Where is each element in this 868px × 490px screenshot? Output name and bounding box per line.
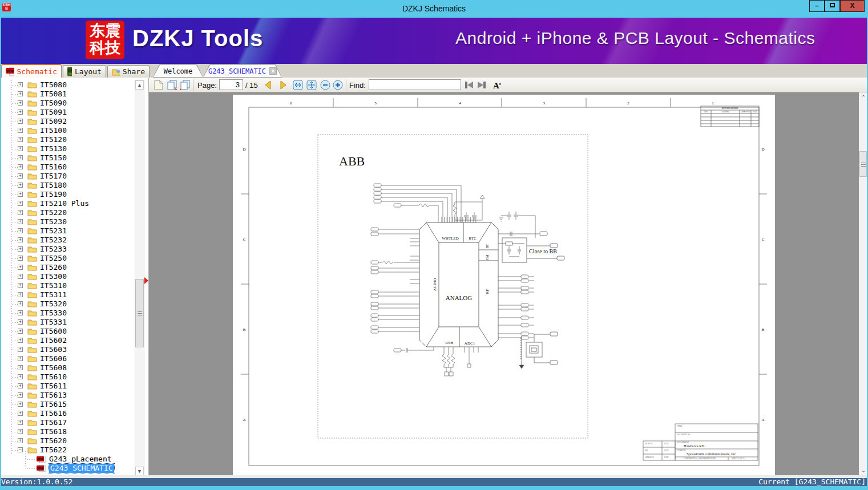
tree-row[interactable]: +IT5602 <box>0 336 135 345</box>
tree-folder-label[interactable]: IT5091 <box>40 108 67 117</box>
tree-folder-label[interactable]: IT5617 <box>40 418 67 427</box>
tree-folder-label[interactable]: IT5610 <box>40 372 67 382</box>
tree-folder-label[interactable]: IT5233 <box>40 245 67 254</box>
tree-row[interactable]: +IT5331 <box>0 318 135 327</box>
tree-row[interactable]: +IT5232 <box>0 236 135 245</box>
collapse-icon[interactable]: − <box>18 447 23 452</box>
tree-folder-label[interactable]: IT5608 <box>40 363 67 372</box>
expand-icon[interactable]: + <box>18 319 23 325</box>
tree-folder-label[interactable]: IT5080 <box>40 80 67 90</box>
tree-folder-label[interactable]: IT5170 <box>40 172 67 181</box>
prev-page-button[interactable] <box>263 79 274 91</box>
tab-share[interactable]: + Share <box>107 65 150 78</box>
tree-row[interactable]: PDFG243_SCHEMATIC <box>0 464 135 473</box>
expand-icon[interactable]: + <box>18 192 23 197</box>
tree-folder-label[interactable]: IT5602 <box>40 336 67 345</box>
tree-row[interactable]: +IT5617 <box>0 418 135 427</box>
page-number-input[interactable] <box>219 79 243 90</box>
tree-row[interactable]: PDFG243_pLacement <box>0 455 135 464</box>
minimize-button[interactable]: – <box>809 0 825 12</box>
tree-folder-label[interactable]: IT5100 <box>40 126 67 135</box>
expand-icon[interactable]: + <box>18 356 23 361</box>
tree-row[interactable]: +IT5210 Plus <box>0 199 135 208</box>
tree-folder-label[interactable]: IT5230 <box>40 217 67 226</box>
tree-folder-label[interactable]: IT5600 <box>40 327 67 336</box>
tree-folder-label[interactable]: IT5231 <box>40 226 67 236</box>
expand-icon[interactable]: + <box>18 82 23 87</box>
tree-folder-label[interactable]: IT5603 <box>40 345 67 354</box>
tree-file-label-selected[interactable]: G243_SCHEMATIC <box>49 464 114 473</box>
tree-folder-label[interactable]: IT5150 <box>40 153 67 163</box>
tree-folder-label[interactable]: IT5081 <box>40 90 67 99</box>
tree-row[interactable]: +IT5092 <box>0 117 135 126</box>
tree-folder-label[interactable]: IT5130 <box>40 144 67 153</box>
tree-file-label[interactable]: G243_pLacement <box>49 455 112 464</box>
doc-tab-g243-schematic[interactable]: G243_SCHEMATIC x <box>203 64 282 78</box>
tree-row[interactable]: +IT5230 <box>0 217 135 226</box>
paste-page-button[interactable] <box>179 79 191 91</box>
tree-row[interactable]: +IT5100 <box>0 126 135 135</box>
maximize-button[interactable] <box>825 0 840 12</box>
tree-folder-label[interactable]: IT5180 <box>40 181 67 190</box>
fit-width-button[interactable] <box>292 79 304 91</box>
expand-icon[interactable]: + <box>18 146 23 151</box>
tab-schematic[interactable]: PDF Schematic <box>1 64 62 78</box>
tree-folder-label[interactable]: IT5210 Plus <box>40 199 89 208</box>
close-button[interactable]: X <box>840 0 865 12</box>
tree-row[interactable]: +IT5150 <box>0 153 135 163</box>
zoom-out-button[interactable] <box>320 79 331 91</box>
expand-icon[interactable]: + <box>18 228 23 233</box>
document-viewer[interactable]: 6 5 4 3 2 1 D C B A D C B A REVIS <box>149 92 868 475</box>
tree-row[interactable]: +IT5130 <box>0 144 135 153</box>
tree-folder-label[interactable]: IT5250 <box>40 254 67 263</box>
tree-folder-label[interactable]: IT5220 <box>40 208 67 217</box>
tree-folder-label[interactable]: IT5232 <box>40 236 67 245</box>
tree-row[interactable]: +IT5160 <box>0 163 135 172</box>
expand-icon[interactable]: + <box>18 292 23 297</box>
tree-folder-label[interactable]: IT5310 <box>40 281 67 290</box>
tree-folder-label[interactable]: IT5620 <box>40 436 67 446</box>
tree-row[interactable]: −IT5622 <box>0 446 135 455</box>
expand-icon[interactable]: + <box>18 210 23 215</box>
expand-icon[interactable]: + <box>18 383 23 388</box>
expand-icon[interactable]: + <box>18 137 23 142</box>
expand-icon[interactable]: + <box>18 347 23 352</box>
tree-folder-label[interactable]: IT5260 <box>40 263 67 272</box>
tree-row[interactable]: +IT5170 <box>0 172 135 181</box>
tree-row[interactable]: +IT5600 <box>0 327 135 336</box>
expand-icon[interactable]: + <box>18 91 23 96</box>
tree-row[interactable]: +IT5300 <box>0 272 135 281</box>
expand-icon[interactable]: + <box>18 256 23 261</box>
expand-icon[interactable]: + <box>18 219 23 224</box>
tree-row[interactable]: +IT5618 <box>0 427 135 436</box>
tree-row[interactable]: +IT5320 <box>0 299 135 309</box>
tree-folder-label[interactable]: IT5090 <box>40 99 67 108</box>
viewer-scrollbar-thumb[interactable] <box>859 151 867 177</box>
tree-folder-label[interactable]: IT5622 <box>40 446 67 455</box>
tree-row[interactable]: +IT5091 <box>0 108 135 117</box>
tree-folder-label[interactable]: IT5092 <box>40 117 67 126</box>
zoom-in-button[interactable] <box>332 79 344 91</box>
tree-row[interactable]: +IT5620 <box>0 436 135 446</box>
tree-scroll-down-icon[interactable]: ▼ <box>135 467 144 476</box>
tree-scrollbar-thumb[interactable] <box>135 279 144 347</box>
tree-folder-label[interactable]: IT5611 <box>40 382 67 391</box>
expand-icon[interactable]: + <box>18 110 23 115</box>
tree-row[interactable]: +IT5611 <box>0 382 135 391</box>
tree-row[interactable]: +IT5231 <box>0 226 135 236</box>
expand-icon[interactable]: + <box>18 411 23 416</box>
expand-icon[interactable]: + <box>18 119 23 124</box>
tree-row[interactable]: +IT5310 <box>0 281 135 290</box>
tree-folder-label[interactable]: IT5331 <box>40 318 67 327</box>
expand-icon[interactable]: + <box>18 438 23 443</box>
doc-tab-welcome[interactable]: Welcome <box>153 64 203 78</box>
find-next-button[interactable] <box>476 79 487 91</box>
tree-folder-label[interactable]: IT5311 <box>40 290 67 299</box>
expand-icon[interactable]: + <box>18 265 23 270</box>
tree-row[interactable]: +IT5081 <box>0 90 135 99</box>
copy-page-button[interactable] <box>167 79 178 91</box>
expand-icon[interactable]: + <box>18 201 23 206</box>
expand-icon[interactable]: + <box>18 301 23 306</box>
expand-icon[interactable]: + <box>18 274 23 279</box>
tree-folder-label[interactable]: IT5330 <box>40 309 67 318</box>
